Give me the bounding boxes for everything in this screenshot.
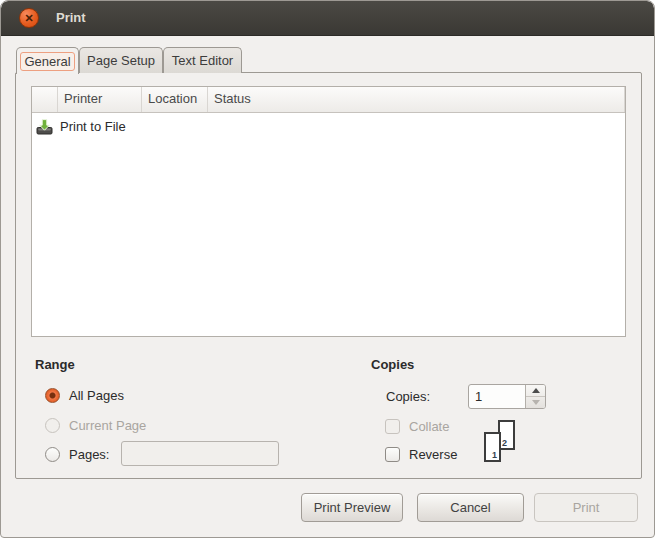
collate-page-1-number: 1 [492,451,497,460]
copies-input[interactable] [469,385,525,408]
current-page-label: Current Page [69,418,146,433]
column-header-location[interactable]: Location [142,87,208,112]
print-dialog: ✕ Print General Page Setup Text Editor P… [0,0,655,538]
collate-preview-icon: 2 1 [484,420,517,464]
radio-row-all-pages[interactable]: All Pages [45,387,124,403]
arrow-down-icon [532,400,540,405]
print-button: Print [534,493,638,522]
reverse-label: Reverse [409,447,457,462]
current-page-radio [45,418,60,433]
titlebar[interactable]: ✕ Print [1,1,654,36]
print-preview-button[interactable]: Print Preview [301,493,403,522]
checkbox-row-reverse[interactable]: Reverse [385,446,457,462]
close-icon[interactable]: ✕ [19,8,39,28]
copies-heading: Copies [371,357,414,372]
all-pages-label: All Pages [69,388,124,403]
cancel-button-label: Cancel [450,500,490,515]
tab-page-setup[interactable]: Page Setup [79,47,163,73]
spin-up-button[interactable] [526,385,545,397]
window-title: Print [56,1,86,35]
column-header-icon[interactable] [32,87,58,112]
column-header-status[interactable]: Status [208,87,625,112]
copies-count-label: Copies: [386,389,430,404]
tab-text-editor-label: Text Editor [168,51,237,70]
print-preview-button-label: Print Preview [314,500,391,515]
range-heading: Range [35,357,75,372]
collate-checkbox [385,419,400,434]
print-to-file-icon [36,118,53,135]
print-button-label: Print [573,500,600,515]
copies-stepper [468,384,546,409]
spin-buttons [525,385,545,408]
printer-row-print-to-file[interactable]: Print to File [32,113,625,140]
reverse-checkbox[interactable] [385,447,400,462]
cancel-button[interactable]: Cancel [417,493,524,522]
column-header-printer[interactable]: Printer [58,87,142,112]
pages-radio[interactable] [45,447,60,462]
collate-page-1: 1 [484,432,501,462]
arrow-up-icon [532,388,540,393]
radio-row-pages[interactable]: Pages: [45,446,109,462]
printer-list-header: Printer Location Status [32,87,625,113]
tab-text-editor[interactable]: Text Editor [163,47,242,73]
tab-page-setup-label: Page Setup [83,51,159,70]
tab-general[interactable]: General [16,47,79,74]
spin-down-button [526,397,545,408]
printer-list: Printer Location Status Print to File [31,86,626,337]
collate-page-2-number: 2 [502,439,507,448]
collate-label: Collate [409,419,449,434]
pages-input[interactable] [121,441,279,466]
pages-label: Pages: [69,447,109,462]
checkbox-row-collate: Collate [385,418,449,434]
all-pages-radio[interactable] [45,388,60,403]
radio-row-current-page: Current Page [45,417,146,433]
printer-name: Print to File [60,119,126,134]
tab-general-label: General [20,52,74,71]
